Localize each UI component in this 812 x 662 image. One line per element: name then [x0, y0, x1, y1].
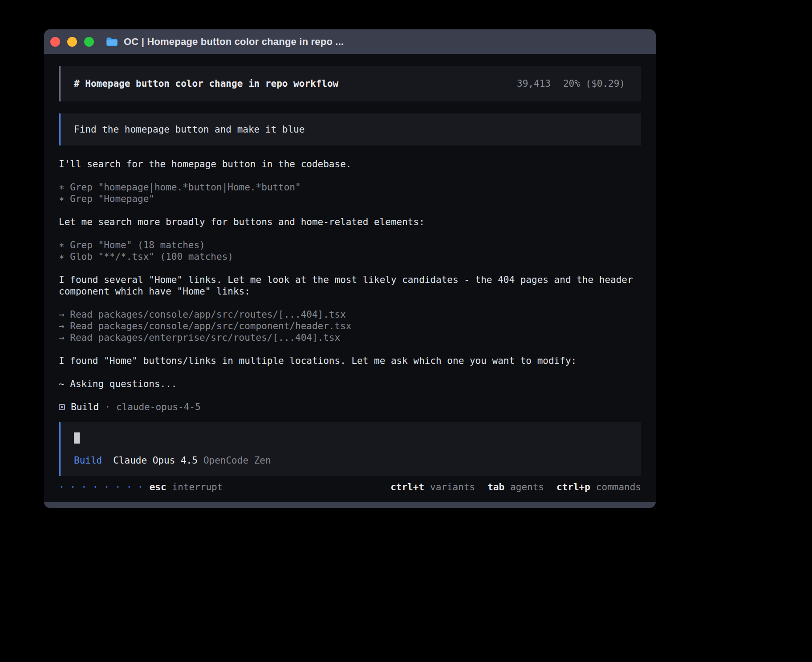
agent-separator: · — [105, 401, 110, 413]
terminal-window: OC | Homepage button color change in rep… — [44, 29, 656, 508]
assistant-text: I found several "Home" links. Let me loo… — [59, 274, 641, 297]
esc-key-hint: esc — [150, 481, 166, 493]
shortcut-commands-key: ctrl+p — [556, 481, 590, 493]
tool-call-read-1: → Read packages/console/app/src/routes/[… — [59, 309, 641, 320]
input-line[interactable] — [74, 432, 628, 443]
agent-model: claude-opus-4-5 — [116, 401, 201, 413]
esc-key-label: interrupt — [172, 481, 223, 493]
folder-icon — [106, 37, 118, 46]
status-bar: · · · · · · · · esc interrupt ctrl+t var… — [59, 481, 641, 493]
model-label: Claude Opus 4.5 — [113, 455, 198, 466]
asking-questions-status: ~ Asking questions... — [59, 378, 641, 390]
shortcut-variants: ctrl+t variants — [390, 481, 475, 493]
tool-call-read-2: → Read packages/console/app/src/componen… — [59, 320, 641, 332]
shortcut-commands-label: commands — [596, 481, 641, 493]
tool-call-grep-3: ∗ Grep "Home" (18 matches) — [59, 239, 641, 251]
spinner-dots: · · · · · · · · — [59, 481, 143, 493]
input-status-line: Build Claude Opus 4.5 OpenCode Zen — [74, 455, 628, 466]
window-title-group: OC | Homepage button color change in rep… — [106, 36, 344, 48]
session-stats: 39,413 20% ($0.29) — [517, 78, 625, 89]
assistant-text: I found "Home" buttons/links in multiple… — [59, 355, 641, 367]
shortcut-commands: ctrl+p commands — [556, 481, 641, 493]
close-button[interactable] — [50, 37, 60, 47]
prompt-input[interactable]: Build Claude Opus 4.5 OpenCode Zen — [59, 422, 641, 476]
status-bar-left: · · · · · · · · esc interrupt — [59, 481, 223, 493]
status-bar-right: ctrl+t variants tab agents ctrl+p comman… — [390, 481, 641, 493]
agent-icon — [59, 404, 65, 410]
terminal-content: # Homepage button color change in repo w… — [44, 54, 656, 502]
zoom-button[interactable] — [84, 37, 94, 47]
window-titlebar[interactable]: OC | Homepage button color change in rep… — [44, 29, 656, 54]
tool-call-grep-1: ∗ Grep "homepage|home.*button|Home.*butt… — [59, 182, 641, 193]
token-count: 39,413 — [517, 78, 551, 89]
shortcut-agents-key: tab — [487, 481, 504, 493]
tool-call-grep-2: ∗ Grep "Homepage" — [59, 193, 641, 205]
tool-call-read-3: → Read packages/enterprise/src/routes/[.… — [59, 332, 641, 343]
text-cursor — [74, 432, 80, 444]
agent-name: Build — [71, 401, 99, 413]
assistant-text: Let me search more broadly for buttons a… — [59, 216, 641, 228]
user-message: Find the homepage button and make it blu… — [59, 113, 641, 145]
shortcut-variants-label: variants — [430, 481, 475, 493]
agent-status-line: Build · claude-opus-4-5 — [59, 401, 641, 413]
shortcut-agents: tab agents — [487, 481, 544, 493]
user-message-text: Find the homepage button and make it blu… — [74, 124, 304, 135]
traffic-lights — [50, 37, 94, 47]
session-header: # Homepage button color change in repo w… — [59, 66, 641, 101]
window-title: OC | Homepage button color change in rep… — [124, 36, 344, 48]
shortcut-variants-key: ctrl+t — [390, 481, 424, 493]
tool-call-glob: ∗ Glob "**/*.tsx" (100 matches) — [59, 251, 641, 262]
provider-label: OpenCode Zen — [203, 455, 271, 466]
mode-build-label: Build — [74, 455, 102, 466]
session-title: # Homepage button color change in repo w… — [74, 78, 338, 89]
minimize-button[interactable] — [67, 37, 77, 47]
shortcut-agents-label: agents — [510, 481, 544, 493]
conversation-transcript: I'll search for the homepage button in t… — [59, 158, 641, 413]
context-usage: 20% ($0.29) — [563, 78, 625, 89]
assistant-text: I'll search for the homepage button in t… — [59, 158, 641, 170]
